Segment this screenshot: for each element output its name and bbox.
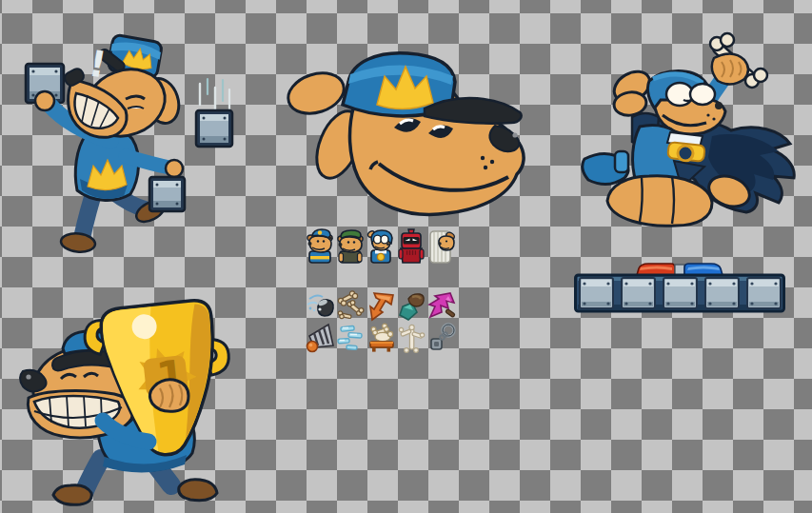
sprite-dogman-throwing: !: [19, 34, 238, 263]
falling-needles: [200, 79, 229, 110]
item-row-1: [306, 291, 458, 322]
metal-plate-lower: [149, 177, 185, 211]
police-light-bar: [574, 263, 785, 313]
police-cap: [343, 53, 522, 124]
item-bones: [336, 291, 365, 322]
shoe-left: [53, 485, 91, 505]
item-orange-arrow: [366, 291, 395, 322]
nose: [715, 102, 723, 109]
sprite-dogman-trophy: 1: [15, 299, 244, 513]
right-hand: [35, 91, 54, 110]
item-drill-cone: [306, 323, 334, 353]
portrait-dogman-caped: [366, 228, 395, 263]
fist: [712, 53, 748, 84]
portrait-red-robot: [397, 228, 426, 263]
left-hand: [166, 160, 183, 177]
item-teal-bird: [397, 291, 426, 322]
item-magenta-dart: [427, 291, 456, 322]
sprite-sheet-canvas: !: [0, 0, 812, 513]
eye-right: [690, 84, 715, 105]
gold-belt: [667, 142, 705, 162]
portrait-dogman-beret: [336, 228, 365, 263]
sprite-dogman-caped: [569, 31, 809, 241]
mitten-glove: [583, 151, 628, 185]
cap-brim: [425, 98, 522, 124]
item-handcuffs: [427, 323, 456, 353]
upper-ear: [283, 67, 348, 121]
shoe-right: [179, 480, 217, 501]
siren-lights: [637, 264, 723, 275]
portrait-row: [306, 228, 458, 263]
portrait-dogman-police: [306, 228, 334, 263]
metal-plate-right: [196, 110, 232, 147]
item-bone-tray: [366, 323, 395, 353]
item-row-2: [306, 323, 458, 353]
bar-plates: [580, 278, 781, 308]
portrait-dog-shredded-paper: [427, 228, 456, 263]
item-ice-shards: [336, 323, 365, 353]
sprite-dogman-big-head: [284, 49, 533, 223]
item-bone-branch: [397, 323, 426, 353]
gripping-fist: [149, 380, 188, 411]
item-fly-droplets: [306, 291, 334, 322]
hind-paws: [607, 170, 754, 226]
light-divider: [675, 265, 684, 275]
